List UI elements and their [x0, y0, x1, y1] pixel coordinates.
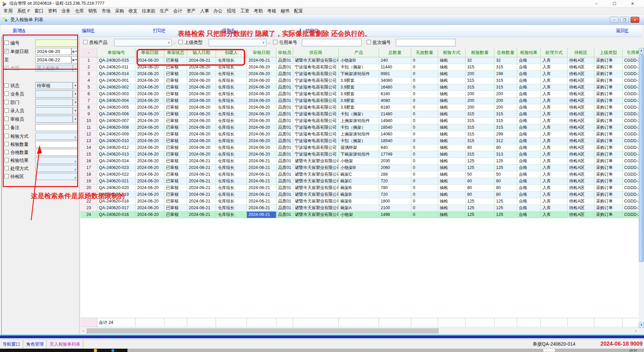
table-cell[interactable]: 待检A区 — [568, 57, 594, 64]
table-cell[interactable]: 仓库组长 — [216, 185, 247, 191]
table-cell[interactable]: 宁波瑞奇电器有限公司 — [293, 118, 339, 124]
table-cell[interactable]: 2024-06-20 — [247, 98, 276, 104]
table-cell[interactable]: 80 — [466, 178, 494, 185]
table-cell[interactable]: 碗架B — [339, 191, 379, 198]
table-cell[interactable]: 315 — [466, 151, 494, 158]
table-cell[interactable]: 312 — [494, 138, 517, 144]
table-cell[interactable]: 3.9胶套 — [339, 91, 379, 98]
row-number-cell[interactable]: 9 — [80, 111, 97, 118]
row-number-cell[interactable]: 24 — [80, 212, 97, 218]
table-cell[interactable]: QA-240620-017 — [97, 205, 136, 212]
table-cell[interactable]: 17749 — [379, 151, 411, 158]
chevron-down-icon[interactable]: ▼ — [73, 107, 78, 114]
table-cell[interactable]: 2024-06-21 — [247, 198, 276, 205]
table-cell[interactable]: 采购订单 — [594, 151, 623, 158]
table-cell[interactable]: 诸暨市天宸塑业有限公司 — [293, 198, 339, 205]
table-cell[interactable]: 卡扣（搁架） — [339, 111, 379, 118]
table-cell[interactable]: 诸暨市天宸塑业有限公司 — [293, 191, 339, 198]
column-header[interactable]: 创建人 — [216, 48, 247, 57]
table-cell[interactable]: 315 — [494, 118, 517, 124]
table-cell[interactable]: 抽检 — [438, 104, 466, 111]
filter-combo[interactable] — [35, 107, 73, 114]
table-cell[interactable]: 125 — [466, 165, 494, 171]
table-cell[interactable]: 315 — [494, 77, 517, 84]
column-header[interactable]: 单据日期 — [136, 48, 164, 57]
table-cell[interactable]: 0 — [411, 151, 438, 158]
table-cell[interactable]: 2024-06-20 — [136, 64, 164, 71]
table-cell[interactable]: 2024-06-20 — [187, 111, 216, 118]
table-cell[interactable]: 2024-06-21 — [247, 158, 276, 165]
table-cell[interactable]: 品质01 — [276, 171, 293, 178]
table-cell[interactable]: 2024-06-21 — [247, 57, 276, 64]
table-cell[interactable]: 抽检 — [438, 144, 466, 151]
maximize-icon[interactable]: ☐ — [610, 1, 619, 7]
date-input[interactable]: 2024-06-20 — [35, 48, 71, 55]
menu-item-3[interactable]: 资料 — [46, 7, 59, 14]
checkbox[interactable] — [4, 142, 9, 146]
table-cell[interactable]: 品质01 — [276, 111, 293, 118]
print-button[interactable]: 打印P — [153, 28, 165, 34]
menu-item-12[interactable]: 会计 — [172, 7, 184, 14]
scroll-up-icon[interactable]: ▲ — [639, 48, 644, 53]
table-cell[interactable]: 待检A区 — [568, 98, 594, 104]
table-row[interactable]: 15QA-240620-0132024-06-20已审核2024-06-20仓库… — [80, 151, 644, 158]
table-cell[interactable]: QA-240620-015 — [97, 57, 136, 64]
table-cell[interactable]: 2024-06-20 — [136, 198, 164, 205]
table-cell[interactable]: 采购订单 — [594, 205, 623, 212]
table-cell[interactable]: 合格 — [517, 84, 541, 91]
table-cell[interactable]: 已审核 — [164, 124, 187, 131]
table-cell[interactable]: 待检A区 — [568, 158, 594, 165]
table-cell[interactable]: 待检A区 — [568, 212, 594, 218]
table-cell[interactable]: 合格 — [517, 191, 541, 198]
table-cell[interactable]: 已审核 — [164, 205, 187, 212]
table-cell[interactable]: 2024-06-21 — [187, 158, 216, 165]
row-number-cell[interactable]: 11 — [80, 124, 97, 131]
menu-item-11[interactable]: 生产 — [158, 7, 171, 14]
table-cell[interactable]: 品质01 — [276, 144, 293, 151]
table-cell[interactable]: 下碗架滚轮组件 — [339, 71, 379, 77]
table-cell[interactable]: 采购订单 — [594, 98, 623, 104]
table-cell[interactable]: 抽检 — [438, 84, 466, 91]
table-cell[interactable]: 卡扣（搁架） — [339, 138, 379, 144]
table-row[interactable]: 2QA-240620-0112024-06-20已审核2024-06-20仓库组… — [80, 64, 644, 71]
close-icon[interactable]: ✕ — [628, 1, 637, 7]
table-cell[interactable]: 合格 — [517, 104, 541, 111]
table-cell[interactable]: 2024-06-20 — [187, 71, 216, 77]
table-cell[interactable]: 上搁架滚轮组件 — [339, 131, 379, 138]
chevron-down-icon[interactable]: ▼ — [73, 82, 78, 89]
menu-item-1[interactable]: 系统 F — [15, 7, 32, 14]
table-cell[interactable]: 2024-06-20 — [136, 118, 164, 124]
table-cell[interactable]: 采购订单 — [594, 124, 623, 131]
table-cell[interactable]: 315 — [494, 84, 517, 91]
table-cell[interactable]: 诸暨市天宸塑业有限公司 — [293, 158, 339, 165]
table-cell[interactable]: 2024-06-20 — [247, 71, 276, 77]
table-cell[interactable]: 2024-06-21 — [247, 212, 276, 218]
table-cell[interactable]: 125 — [466, 212, 494, 218]
menu-item-15[interactable]: 办公 — [212, 7, 224, 14]
table-cell[interactable]: 入库 — [541, 212, 568, 218]
table-cell[interactable]: 2024-06-21 — [247, 178, 276, 185]
table-cell[interactable]: 仓库组长 — [216, 151, 247, 158]
table-cell[interactable]: 0 — [411, 185, 438, 191]
table-cell[interactable]: 抽检 — [438, 71, 466, 77]
table-cell[interactable]: 采购订单 — [594, 191, 623, 198]
menu-item-13[interactable]: 资产 — [185, 7, 198, 14]
table-cell[interactable]: 125 — [466, 198, 494, 205]
table-cell[interactable]: 6180 — [379, 104, 411, 111]
table-cell[interactable]: 入库 — [541, 144, 568, 151]
menu-item-4[interactable]: 业务 — [60, 7, 72, 14]
table-cell[interactable]: 碗架C — [339, 178, 379, 185]
table-cell[interactable]: 80 — [466, 185, 494, 191]
menu-item-20[interactable]: 秘书 — [279, 7, 291, 14]
table-cell[interactable]: 诸暨市天宸塑业有限公司 — [293, 171, 339, 178]
table-cell[interactable]: 11440 — [379, 64, 411, 71]
table-cell[interactable]: QA-240620-010 — [97, 138, 136, 144]
table-cell[interactable]: 2024-06-20 — [136, 104, 164, 111]
table-cell[interactable]: 1800 — [379, 198, 411, 205]
table-cell[interactable]: 仓库组长 — [216, 98, 247, 104]
table-cell[interactable]: 2024-06-21 — [247, 171, 276, 178]
table-cell[interactable]: 小物架 — [339, 158, 379, 165]
table-cell[interactable]: QA-240620-024 — [97, 158, 136, 165]
table-cell[interactable]: 入库 — [541, 71, 568, 77]
menu-item-18[interactable]: 考勤 — [252, 7, 265, 14]
